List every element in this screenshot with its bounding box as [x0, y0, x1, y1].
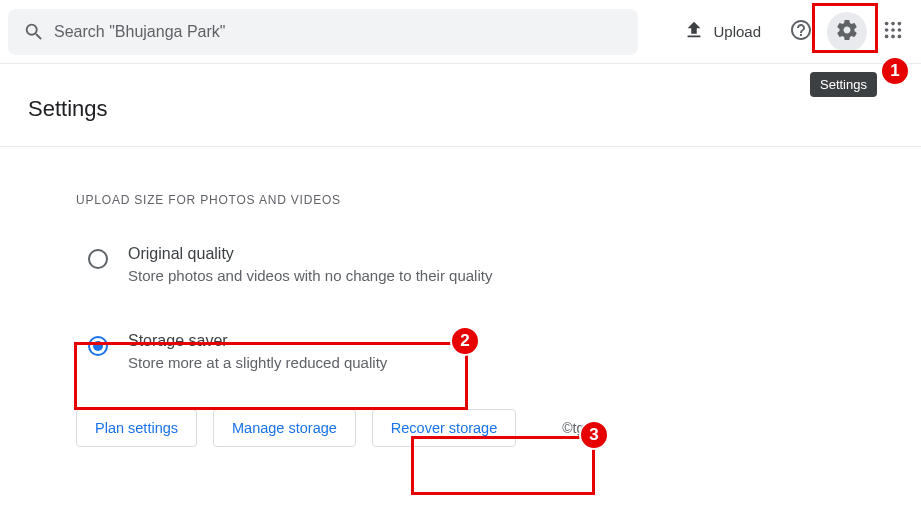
svg-point-0 [885, 22, 889, 26]
radio-texts: Original quality Store photos and videos… [128, 245, 492, 284]
action-button-row: Plan settings Manage storage Recover sto… [76, 409, 921, 447]
settings-button[interactable] [827, 12, 867, 52]
upload-button[interactable]: Upload [673, 14, 775, 50]
radio-texts: Storage saver Store more at a slightly r… [128, 332, 387, 371]
radio-icon[interactable] [88, 336, 108, 356]
radio-icon[interactable] [88, 249, 108, 269]
section-heading: Upload size for photos and videos [76, 193, 921, 207]
svg-point-2 [898, 22, 902, 26]
copyright-text: ©tgp [562, 420, 592, 436]
plan-settings-button[interactable]: Plan settings [76, 409, 197, 447]
manage-storage-button[interactable]: Manage storage [213, 409, 356, 447]
radio-desc-saver: Store more at a slightly reduced quality [128, 354, 387, 371]
gear-icon [835, 18, 859, 45]
apps-button[interactable] [873, 12, 913, 52]
page-title: Settings [0, 64, 921, 147]
svg-point-5 [898, 28, 902, 32]
svg-point-8 [898, 35, 902, 39]
svg-point-4 [891, 28, 895, 32]
upload-size-section: Upload size for photos and videos Origin… [0, 147, 921, 447]
svg-point-3 [885, 28, 889, 32]
radio-desc-original: Store photos and videos with no change t… [128, 267, 492, 284]
apps-grid-icon [882, 19, 904, 44]
recover-storage-button[interactable]: Recover storage [372, 409, 516, 447]
radio-option-original[interactable]: Original quality Store photos and videos… [76, 235, 504, 294]
search-icon[interactable] [14, 12, 54, 52]
search-container[interactable] [8, 9, 638, 55]
radio-title-original: Original quality [128, 245, 492, 263]
svg-point-1 [891, 22, 895, 26]
app-header: Upload [0, 0, 921, 64]
upload-icon [683, 19, 705, 44]
header-actions: Upload [673, 12, 913, 52]
help-icon [789, 18, 813, 45]
help-button[interactable] [781, 12, 821, 52]
search-input[interactable] [54, 9, 632, 55]
radio-title-saver: Storage saver [128, 332, 387, 350]
svg-point-7 [891, 35, 895, 39]
radio-option-saver[interactable]: Storage saver Store more at a slightly r… [76, 322, 399, 381]
svg-point-6 [885, 35, 889, 39]
upload-label: Upload [713, 23, 761, 40]
